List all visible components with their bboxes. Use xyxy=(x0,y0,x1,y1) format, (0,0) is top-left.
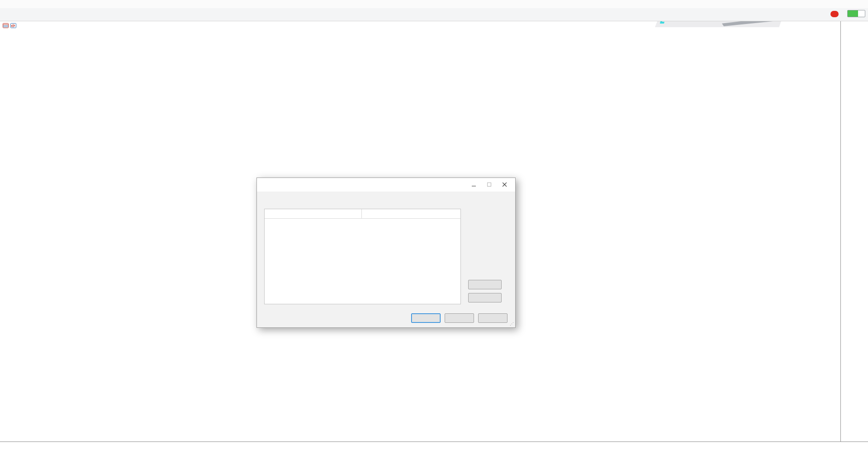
table-header xyxy=(265,209,460,219)
save-button[interactable] xyxy=(468,293,502,302)
notification-badge xyxy=(830,11,839,17)
indicator-properties-dialog: ⋰ xyxy=(256,178,516,328)
status-cluster xyxy=(828,10,865,17)
window-titlebar xyxy=(0,0,868,8)
price-axis[interactable] xyxy=(840,21,868,441)
metatrader-logo-icon xyxy=(3,1,12,7)
reset-button[interactable] xyxy=(478,313,508,323)
load-button[interactable] xyxy=(468,280,502,289)
dialog-close-icon[interactable] xyxy=(497,179,512,190)
dialog-titlebar[interactable] xyxy=(257,178,515,192)
dialog-maximize-icon[interactable] xyxy=(482,179,497,190)
cancel-button[interactable] xyxy=(445,313,474,323)
connection-toggle[interactable] xyxy=(847,10,865,17)
main-toolbar xyxy=(0,8,868,21)
dialog-minimize-icon[interactable] xyxy=(466,179,482,190)
quotes-table-icon xyxy=(3,23,9,28)
value-column-header xyxy=(361,209,460,218)
mt5-application-window: ⋰ xyxy=(0,0,868,451)
parameters-table[interactable] xyxy=(264,209,461,304)
chart-window-icon xyxy=(10,23,16,28)
symbol-header xyxy=(3,23,20,28)
time-axis[interactable] xyxy=(0,441,868,451)
ok-button[interactable] xyxy=(411,313,441,323)
resize-grip[interactable]: ⋰ xyxy=(510,322,514,326)
